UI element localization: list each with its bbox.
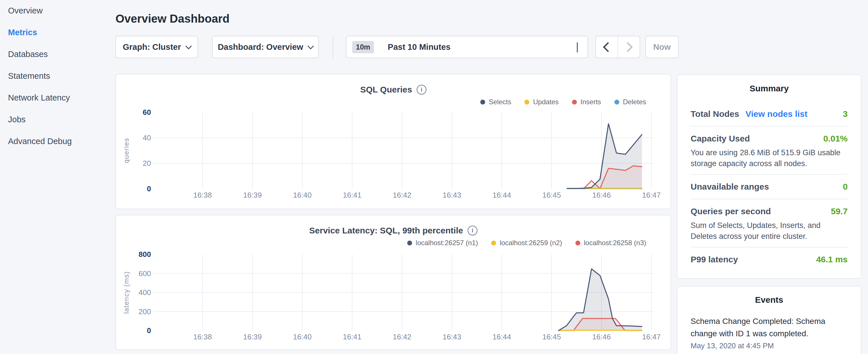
unavailable-ranges-value: 0	[843, 182, 848, 192]
page-title: Overview Dashboard	[116, 12, 229, 26]
svg-text:60: 60	[143, 108, 151, 117]
divider	[691, 247, 848, 248]
svg-text:16:40: 16:40	[293, 332, 311, 341]
chevron-right-icon	[623, 42, 633, 52]
svg-text:16:38: 16:38	[193, 332, 212, 341]
sql-queries-chart: 020406016:3816:3916:4016:4116:4216:4316:…	[116, 74, 672, 210]
service-latency-chart-card: Service Latency: SQL, 99th percentile i …	[116, 215, 671, 350]
summary-title: Summary	[691, 75, 848, 93]
prev-time-button[interactable]	[596, 36, 618, 58]
svg-text:600: 600	[139, 269, 151, 278]
svg-text:16:39: 16:39	[243, 332, 261, 341]
total-nodes-label: Total Nodes	[691, 109, 739, 119]
divider	[691, 199, 848, 199]
next-time-button[interactable]	[618, 36, 640, 58]
svg-text:16:41: 16:41	[343, 332, 361, 341]
toolbar-divider	[333, 36, 333, 58]
sidebar-item-advanced-debug[interactable]: Advanced Debug	[0, 136, 109, 146]
qps-row: Queries per second 59.7	[691, 206, 848, 217]
total-nodes-row: Total Nodes View nodes list 3	[691, 108, 848, 120]
now-button[interactable]: Now	[645, 36, 679, 58]
svg-text:16:47: 16:47	[642, 332, 660, 341]
event-timestamp: May 13, 2020 at 4:45 PM	[691, 342, 848, 350]
svg-text:16:45: 16:45	[542, 332, 561, 341]
axis-labels: 020406016:3816:3916:4016:4116:4216:4316:…	[122, 108, 661, 199]
svg-text:16:47: 16:47	[642, 191, 660, 199]
svg-text:16:46: 16:46	[592, 332, 611, 341]
graph-dropdown-label: Graph: Cluster	[123, 42, 181, 52]
p99-latency-value: 46.1 ms	[816, 255, 848, 264]
svg-text:16:44: 16:44	[492, 191, 511, 199]
summary-panel: Summary Total Nodes View nodes list 3 Ca…	[677, 74, 861, 279]
sidebar-item-databases[interactable]: Databases	[0, 49, 109, 59]
sql-queries-chart-card: SQL Queries i SelectsUpdatesInsertsDelet…	[116, 74, 671, 209]
time-range-badge: 10m	[352, 41, 374, 53]
svg-text:16:39: 16:39	[243, 191, 261, 199]
dashboard-dropdown-label: Dashboard: Overview	[218, 42, 303, 52]
svg-text:16:42: 16:42	[393, 332, 411, 341]
svg-text:16:43: 16:43	[442, 332, 461, 341]
events-title: Events	[691, 286, 848, 305]
chevron-down-icon	[308, 43, 314, 50]
svg-text:800: 800	[139, 250, 151, 259]
p99-latency-row: P99 latency 46.1 ms	[691, 254, 848, 265]
svg-text:queries: queries	[122, 138, 130, 163]
time-step-button-group	[595, 36, 640, 58]
total-nodes-value: 3	[843, 109, 848, 119]
sidebar-item-overview[interactable]: Overview	[0, 6, 109, 15]
grid-lines	[153, 112, 654, 189]
p99-latency-label: P99 latency	[691, 255, 738, 264]
sidebar-item-network-latency[interactable]: Network Latency	[0, 93, 109, 102]
divider	[691, 174, 848, 175]
svg-text:40: 40	[143, 133, 151, 142]
time-range-label: Past 10 Minutes	[388, 42, 451, 52]
svg-text:0: 0	[147, 185, 151, 193]
now-button-label: Now	[653, 42, 671, 52]
service-latency-chart: 020040060080016:3816:3916:4016:4116:4216…	[116, 215, 672, 351]
svg-text:0: 0	[147, 326, 151, 335]
qps-description: Sum of Selects, Updates, Inserts, and De…	[691, 220, 848, 242]
qps-value: 59.7	[831, 206, 848, 216]
events-panel: Events Schema Change Completed: Schema c…	[677, 286, 861, 354]
svg-text:16:38: 16:38	[193, 191, 212, 199]
graph-dropdown[interactable]: Graph: Cluster	[116, 36, 198, 58]
sidebar-nav: OverviewMetricsDatabasesStatementsNetwor…	[0, 0, 109, 158]
dashboard-dropdown[interactable]: Dashboard: Overview	[212, 36, 319, 58]
capacity-description: You are using 28.6 MiB of 515.9 GiB usab…	[691, 147, 848, 169]
svg-text:16:46: 16:46	[592, 191, 611, 199]
sidebar-item-statements[interactable]: Statements	[0, 71, 109, 81]
svg-text:16:44: 16:44	[492, 332, 511, 341]
capacity-label: Capacity Used	[691, 134, 750, 143]
chevron-left-icon	[603, 42, 613, 52]
sidebar-item-jobs[interactable]: Jobs	[0, 115, 109, 124]
svg-text:200: 200	[139, 307, 151, 316]
divider	[691, 126, 848, 127]
unavailable-ranges-row: Unavailable ranges 0	[691, 181, 848, 192]
chevron-down-icon	[577, 42, 578, 52]
svg-text:16:42: 16:42	[393, 191, 411, 199]
svg-text:16:45: 16:45	[542, 191, 561, 199]
time-range-dropdown[interactable]: 10m Past 10 Minutes	[346, 36, 588, 58]
capacity-row: Capacity Used 0.01%	[691, 133, 848, 144]
svg-text:20: 20	[143, 159, 151, 167]
svg-text:400: 400	[139, 288, 151, 297]
sidebar-item-metrics[interactable]: Metrics	[0, 28, 109, 37]
svg-text:16:40: 16:40	[293, 191, 311, 199]
capacity-value: 0.01%	[823, 134, 848, 143]
svg-text:latency (ms): latency (ms)	[122, 271, 130, 314]
event-message[interactable]: Schema Change Completed: Schema change w…	[691, 315, 848, 340]
chevron-down-icon	[185, 43, 192, 50]
qps-label: Queries per second	[691, 206, 771, 216]
series-fills	[559, 269, 642, 330]
unavailable-ranges-label: Unavailable ranges	[691, 182, 769, 192]
app-root: OverviewMetricsDatabasesStatementsNetwor…	[0, 0, 868, 354]
svg-text:16:41: 16:41	[343, 191, 361, 199]
view-nodes-list-link[interactable]: View nodes list	[745, 109, 807, 119]
svg-text:16:43: 16:43	[442, 191, 461, 199]
